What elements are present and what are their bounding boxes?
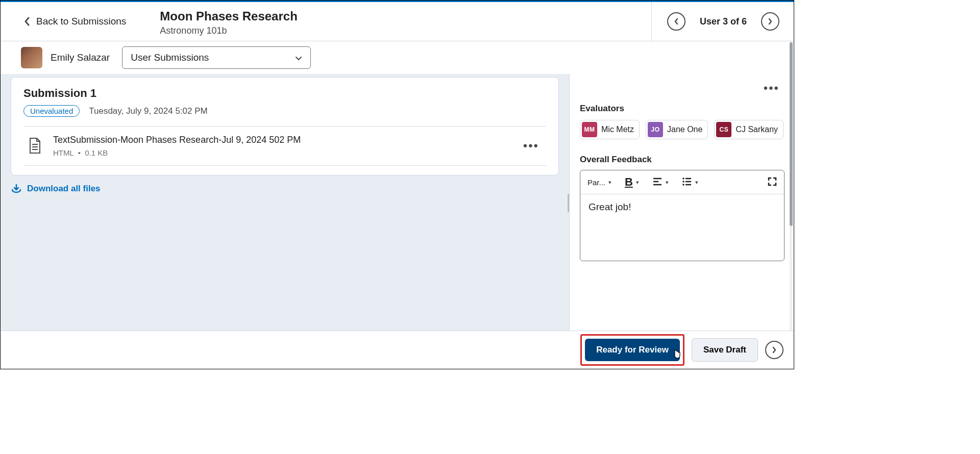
file-meta: HTML • 0.1 KB [53, 148, 509, 157]
feedback-textarea[interactable]: Great job! [580, 194, 784, 261]
chevron-down-icon: ▾ [636, 179, 639, 186]
chevron-down-icon: ▾ [608, 179, 611, 186]
file-type: HTML [53, 148, 74, 157]
list-tool[interactable]: ▾ [682, 178, 698, 187]
file-info: TextSubmission-Moon Phases Research-Jul … [53, 135, 509, 157]
svg-point-8 [682, 181, 684, 183]
student-name: Emily Salazar [51, 52, 110, 63]
footer-bar: Ready for Review Save Draft [1, 331, 794, 369]
evaluator-avatar: JO [648, 122, 663, 137]
page-subtitle: Astronomy 101b [160, 26, 651, 36]
submissions-dropdown[interactable]: User Submissions [122, 46, 311, 69]
ready-for-review-button[interactable]: Ready for Review [585, 339, 680, 361]
user-pager: User 3 of 6 [651, 2, 794, 41]
list-icon [682, 178, 692, 187]
fullscreen-tool[interactable] [768, 177, 777, 188]
file-actions-menu[interactable]: ••• [520, 139, 542, 153]
student-avatar [21, 47, 42, 68]
svg-point-6 [682, 178, 684, 180]
highlight-callout: Ready for Review [580, 334, 684, 366]
top-accent-border [1, 1, 794, 2]
submission-meta: Unevaluated Tuesday, July 9, 2024 5:02 P… [23, 105, 546, 117]
evaluation-panel: ••• Evaluators MM Mic Metz JO Jane One C… [569, 74, 794, 332]
file-name: TextSubmission-Moon Phases Research-Jul … [53, 135, 509, 145]
evaluator-avatar: MM [582, 122, 597, 137]
bold-tool[interactable]: B ▾ [625, 175, 639, 189]
dropdown-label: User Submissions [131, 52, 209, 63]
feedback-heading: Overall Feedback [580, 155, 785, 165]
status-badge: Unevaluated [23, 105, 80, 117]
evaluator-name: CJ Sarkany [736, 125, 778, 134]
panel-actions-menu[interactable]: ••• [761, 81, 782, 95]
chevron-down-icon: ▾ [695, 179, 698, 186]
chevron-down-icon [295, 52, 302, 63]
user-count-label: User 3 of 6 [700, 16, 747, 27]
download-all-files-link[interactable]: Download all files [11, 184, 559, 194]
evaluator-chip[interactable]: CS CJ Sarkany [714, 120, 783, 139]
evaluator-name: Jane One [667, 125, 702, 134]
primary-button-label: Ready for Review [596, 345, 669, 355]
paragraph-label: Par... [587, 178, 605, 187]
submission-panel: Submission 1 Unevaluated Tuesday, July 9… [1, 74, 569, 332]
chevron-left-icon [24, 17, 30, 26]
back-label: Back to Submissions [36, 16, 126, 27]
title-block: Moon Phases Research Astronomy 101b [139, 2, 651, 41]
scrollbar-thumb[interactable] [790, 42, 793, 226]
evaluators-heading: Evaluators [580, 104, 785, 114]
file-dot: • [78, 148, 81, 157]
file-row[interactable]: TextSubmission-Moon Phases Research-Jul … [23, 126, 546, 166]
cursor-icon [672, 348, 681, 362]
svg-point-10 [682, 184, 684, 186]
save-draft-button[interactable]: Save Draft [692, 338, 758, 362]
document-icon [28, 137, 42, 155]
paragraph-style-tool[interactable]: Par... ▾ [587, 178, 611, 187]
evaluator-chip[interactable]: JO Jane One [646, 120, 708, 139]
evaluator-avatar: CS [716, 122, 731, 137]
page-title: Moon Phases Research [160, 9, 651, 23]
download-label: Download all files [27, 184, 101, 194]
submission-datetime: Tuesday, July 9, 2024 5:02 PM [89, 106, 207, 116]
bold-icon: B [625, 175, 633, 189]
evaluator-chip[interactable]: MM Mic Metz [580, 120, 640, 139]
align-tool[interactable]: ▾ [652, 178, 669, 187]
expand-icon [768, 177, 777, 188]
submission-title: Submission 1 [23, 87, 546, 100]
back-to-submissions-link[interactable]: Back to Submissions [1, 2, 139, 41]
submission-card: Submission 1 Unevaluated Tuesday, July 9… [11, 77, 559, 175]
prev-user-button[interactable] [667, 12, 685, 31]
file-size: 0.1 KB [85, 148, 108, 157]
chevron-down-icon: ▾ [666, 179, 669, 186]
next-user-button[interactable] [761, 12, 779, 31]
next-button[interactable] [765, 341, 783, 359]
align-icon [652, 178, 663, 187]
feedback-editor: Par... ▾ B ▾ ▾ [580, 170, 785, 261]
evaluator-name: Mic Metz [601, 125, 634, 134]
evaluators-list: MM Mic Metz JO Jane One CS CJ Sarkany [580, 120, 785, 139]
editor-toolbar: Par... ▾ B ▾ ▾ [580, 170, 784, 194]
subheader-bar: Emily Salazar User Submissions [1, 41, 794, 74]
header-bar: Back to Submissions Moon Phases Research… [1, 1, 794, 41]
main-content: Submission 1 Unevaluated Tuesday, July 9… [1, 74, 794, 332]
